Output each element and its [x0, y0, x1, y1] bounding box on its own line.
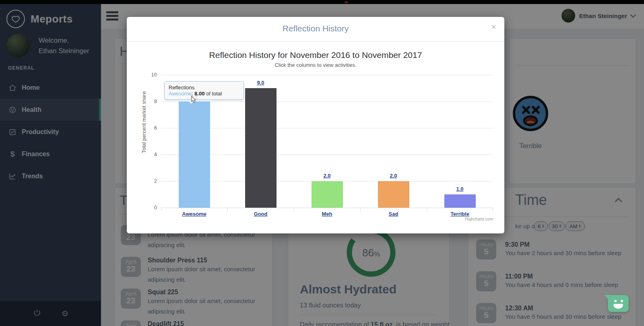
y-tick-label: 6 [143, 125, 157, 131]
chart-category-label-good[interactable]: Good [239, 211, 283, 217]
x-tick [427, 208, 427, 211]
chart-bar-sad[interactable] [378, 181, 409, 208]
reflection-history-modal: Reflection History × Reflection History … [127, 17, 504, 233]
x-tick [493, 208, 493, 211]
chart-data-label-good[interactable]: 9.0 [249, 80, 273, 86]
chat-widget-icon[interactable] [608, 295, 629, 312]
gridline [161, 101, 493, 102]
x-tick [227, 208, 228, 211]
tooltip-category: Awesome [169, 91, 192, 97]
chart-data-label-meh[interactable]: 2.0 [315, 173, 339, 179]
y-axis-title: Total percent market share [141, 129, 147, 153]
chart-bar-terrible[interactable] [444, 194, 476, 208]
y-tick-label: 4 [143, 151, 157, 157]
x-tick [294, 208, 294, 211]
chart-category-label-terrible[interactable]: Terrible [438, 211, 482, 217]
tooltip-series: Reflections [169, 85, 239, 91]
modal-title: Reflection History [127, 24, 504, 33]
chart-bar-meh[interactable] [312, 181, 343, 208]
y-tick-label: 2 [143, 178, 157, 184]
highcharts-credit[interactable]: Highcharts.com [465, 217, 493, 221]
y-tick-label: 0 [143, 204, 157, 210]
mouse-cursor-icon [191, 96, 197, 105]
chart-data-label-terrible[interactable]: 1.0 [448, 186, 472, 192]
modal-header: Reflection History × [127, 17, 504, 41]
y-tick-label: 8 [143, 98, 157, 104]
chart-plot: Total percent market share Reflections A… [161, 75, 493, 208]
close-icon[interactable]: × [491, 23, 496, 31]
chart-category-label-meh[interactable]: Meh [305, 211, 349, 217]
chart-subtitle: Click the columns to view activities. [127, 62, 504, 68]
chart-title: Reflection History for November 2016 to … [127, 50, 504, 60]
chat-mouth [613, 304, 623, 309]
screen: Meports Welcome, Ethan Steininger GENERA… [0, 0, 644, 326]
tooltip-line: Awesome: 8.00 of total [169, 91, 239, 97]
gridline [161, 75, 493, 75]
gridline [161, 155, 493, 155]
chart-tooltip: Reflections Awesome: 8.00 of total [164, 81, 244, 100]
chart-category-label-sad[interactable]: Sad [372, 211, 416, 217]
chart-data-label-sad[interactable]: 2.0 [382, 173, 406, 179]
y-tick-label: 10 [143, 72, 157, 78]
chat-eye [621, 300, 623, 302]
x-tick [161, 208, 161, 211]
chat-eye [614, 300, 617, 302]
chart-bar-good[interactable] [245, 88, 277, 208]
gridline [161, 128, 493, 128]
chart-category-label-awesome[interactable]: Awesome [172, 211, 217, 217]
x-tick [360, 208, 361, 211]
tooltip-suffix: of total [204, 91, 222, 97]
chart-bar-awesome[interactable] [179, 101, 210, 208]
